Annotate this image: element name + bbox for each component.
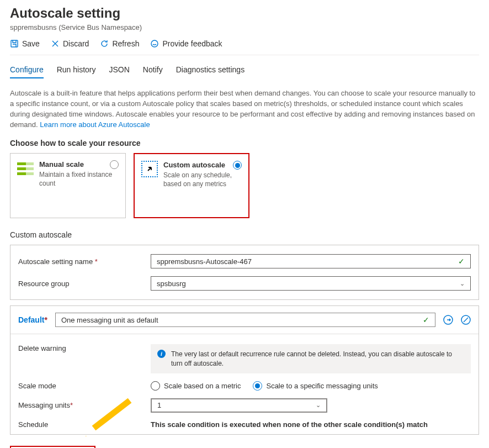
default-label: Default* — [18, 315, 47, 324]
check-icon: ✓ — [458, 257, 465, 266]
tab-json[interactable]: JSON — [109, 65, 130, 78]
radio-unselected-icon — [151, 381, 160, 391]
card-manual-sub: Maintain a fixed instance count — [39, 171, 119, 188]
setting-name-label: Autoscale setting name * — [18, 257, 151, 266]
page-title: Autoscale setting — [10, 6, 479, 21]
scale-option-cards: Manual scale Maintain a fixed instance c… — [10, 153, 479, 218]
description-text: Autoscale is a built-in feature that hel… — [10, 88, 479, 130]
tab-run-history[interactable]: Run history — [57, 65, 96, 78]
save-button[interactable]: Save — [10, 39, 40, 48]
settings-panel: Autoscale setting name * sppremsbusns-Au… — [10, 245, 479, 300]
messaging-units-select[interactable]: 1 ⌄ — [151, 398, 327, 413]
scale-mode-metric[interactable]: Scale based on a metric — [151, 381, 241, 391]
custom-autoscale-label: Custom autoscale — [10, 230, 479, 239]
expand-icon[interactable] — [443, 315, 453, 325]
resource-group-select[interactable]: spsbusrg ⌄ — [151, 276, 471, 291]
refresh-label: Refresh — [112, 39, 139, 48]
default-name-value: One messaging unit as default — [61, 316, 158, 324]
svg-rect-0 — [11, 40, 18, 47]
radio-selected-icon — [253, 381, 262, 391]
card-custom-sub: Scale on any schedule, based on any metr… — [163, 171, 242, 188]
card-manual-title: Manual scale — [39, 160, 119, 168]
schedule-label: Schedule — [18, 420, 151, 429]
card-custom-autoscale[interactable]: Custom autoscale Scale on any schedule, … — [134, 153, 249, 218]
svg-point-1 — [151, 40, 158, 47]
check-icon: ✓ — [423, 315, 429, 324]
card-custom-title: Custom autoscale — [163, 161, 242, 169]
tab-diagnostics[interactable]: Diagnostics settings — [176, 65, 245, 78]
scale-mode-metric-label: Scale based on a metric — [164, 382, 241, 390]
schedule-text: This scale condition is executed when no… — [151, 420, 428, 429]
default-condition-panel: Default* One messaging unit as default ✓… — [10, 305, 479, 434]
refresh-button[interactable]: Refresh — [100, 39, 139, 48]
delete-warning-label: Delete warning — [18, 344, 151, 352]
tab-notify[interactable]: Notify — [143, 65, 163, 78]
discard-icon — [51, 39, 60, 48]
chevron-down-icon: ⌄ — [316, 402, 321, 409]
tab-configure[interactable]: Configure — [10, 65, 44, 78]
scale-mode-specific[interactable]: Scale to a specific messaging units — [253, 381, 378, 391]
chevron-down-icon: ⌄ — [460, 280, 465, 287]
messaging-units-value: 1 — [157, 401, 161, 409]
setting-name-input[interactable]: sppremsbusns-Autoscale-467 ✓ — [151, 254, 471, 268]
delete-warning-text: The very last or default recurrence rule… — [171, 350, 464, 367]
messaging-units-label: Messaging units* — [18, 401, 151, 409]
save-icon — [10, 39, 19, 48]
delete-warning-banner: i The very last or default recurrence ru… — [151, 344, 471, 373]
discard-button[interactable]: Discard — [51, 39, 89, 48]
discard-label: Discard — [63, 39, 89, 48]
feedback-button[interactable]: Provide feedback — [150, 39, 222, 48]
resource-group-value: spsbusrg — [157, 280, 186, 288]
choose-title: Choose how to scale your resource — [10, 139, 479, 147]
default-name-input[interactable]: One messaging unit as default ✓ — [55, 313, 435, 327]
save-label: Save — [22, 39, 40, 48]
manual-scale-icon — [17, 160, 34, 177]
setting-name-value: sppremsbusns-Autoscale-467 — [157, 257, 252, 266]
refresh-icon — [100, 39, 109, 48]
feedback-label: Provide feedback — [162, 39, 222, 48]
scale-mode-label: Scale mode — [18, 382, 151, 390]
toolbar: Save Discard Refresh Provide feedback — [10, 39, 479, 55]
page-subtitle: sppremsbusns (Service Bus Namespace) — [10, 23, 479, 31]
tabs: Configure Run history JSON Notify Diagno… — [10, 65, 479, 78]
feedback-icon — [150, 39, 159, 48]
custom-autoscale-icon — [141, 161, 158, 177]
learn-more-link[interactable]: Learn more about Azure Autoscale — [40, 120, 150, 129]
delete-icon[interactable] — [461, 315, 471, 325]
scale-mode-specific-label: Scale to a specific messaging units — [266, 382, 378, 390]
add-scale-condition-link[interactable]: + Add a scale condition — [10, 446, 95, 448]
scale-mode-group: Scale based on a metric Scale to a speci… — [151, 381, 378, 391]
resource-group-label: Resource group — [18, 280, 151, 288]
info-icon: i — [157, 350, 166, 358]
card-manual-scale[interactable]: Manual scale Maintain a fixed instance c… — [10, 153, 126, 218]
